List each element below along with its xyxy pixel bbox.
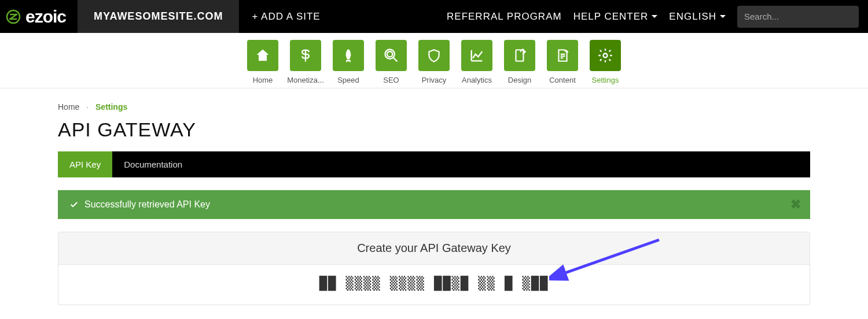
secondary-nav: Home Monetiza... Speed SEO Privacy	[0, 33, 868, 88]
device-icon	[512, 48, 527, 63]
gear-icon	[597, 47, 613, 64]
home-icon	[255, 47, 271, 64]
nav-tile-settings[interactable]	[590, 40, 621, 71]
svg-point-4	[387, 51, 392, 57]
page-title: API GATEWAY	[58, 118, 810, 141]
brand-logo[interactable]: ezoic	[0, 0, 78, 33]
referral-link[interactable]: REFERRAL PROGRAM	[441, 0, 568, 33]
brand-name: ezoic	[25, 7, 66, 27]
breadcrumb-sep: ·	[82, 102, 93, 112]
chevron-down-icon	[720, 15, 726, 18]
svg-line-5	[393, 58, 398, 62]
rocket-icon	[341, 48, 356, 63]
main-content: Home · Settings API GATEWAY API Key Docu…	[58, 88, 810, 319]
help-center-dropdown[interactable]: HELP CENTER	[568, 0, 664, 33]
ezoic-logo-icon	[6, 9, 21, 24]
nav-label-privacy: Privacy	[422, 76, 447, 84]
dollar-icon	[297, 47, 314, 64]
chart-icon	[469, 47, 485, 64]
api-key-panel: Create your API Gateway Key ██ ▒▒▒▒ ▒▒▒▒…	[58, 232, 810, 305]
tab-documentation[interactable]: Documentation	[112, 151, 194, 177]
success-alert: Successfully retrieved API Key ✖	[58, 190, 810, 219]
nav-tile-privacy[interactable]	[418, 40, 450, 71]
referral-label: REFERRAL PROGRAM	[447, 11, 562, 23]
nav-tile-monetization[interactable]	[290, 40, 321, 71]
breadcrumb-home[interactable]: Home	[58, 102, 79, 112]
doc-icon	[555, 48, 570, 63]
svg-rect-6	[516, 50, 524, 61]
nav-tile-content[interactable]	[547, 40, 578, 71]
language-label: ENGLISH	[669, 11, 716, 23]
nav-tile-seo[interactable]	[376, 40, 407, 71]
api-key-value[interactable]: ██ ▒▒▒▒ ▒▒▒▒ ██▒█ ▒▒ █ ▒██	[319, 276, 549, 291]
check-icon	[69, 200, 79, 209]
nav-label-home: Home	[253, 76, 273, 84]
close-icon[interactable]: ✖	[790, 197, 801, 212]
search-container	[731, 0, 868, 33]
topbar: ezoic MYAWESOMESITE.COM + ADD A SITE REF…	[0, 0, 868, 33]
nav-label-design: Design	[508, 76, 531, 84]
tab-api-key[interactable]: API Key	[58, 151, 112, 177]
nav-label-monetization: Monetiza...	[287, 76, 324, 84]
nav-label-analytics: Analytics	[462, 76, 492, 84]
nav-tile-analytics[interactable]	[461, 40, 492, 71]
breadcrumb-current: Settings	[95, 102, 127, 112]
alert-message: Successfully retrieved API Key	[84, 199, 210, 210]
language-dropdown[interactable]: ENGLISH	[663, 0, 731, 33]
nav-tile-speed[interactable]	[333, 40, 364, 71]
add-site-link[interactable]: + ADD A SITE	[239, 0, 333, 33]
search-input[interactable]	[744, 12, 854, 21]
panel-body: ██ ▒▒▒▒ ▒▒▒▒ ██▒█ ▒▒ █ ▒██	[58, 265, 810, 305]
breadcrumb: Home · Settings	[58, 102, 810, 112]
nav-label-settings: Settings	[592, 76, 619, 84]
search-box[interactable]	[737, 6, 859, 28]
shield-icon	[426, 48, 442, 63]
magnify-icon	[383, 47, 399, 64]
site-tab[interactable]: MYAWESOMESITE.COM	[78, 0, 239, 33]
nav-label-speed: Speed	[337, 76, 359, 84]
nav-label-content: Content	[549, 76, 576, 84]
panel-header: Create your API Gateway Key	[58, 232, 810, 265]
svg-point-7	[604, 54, 608, 58]
help-center-label: HELP CENTER	[573, 11, 649, 23]
tab-bar: API Key Documentation	[58, 151, 810, 177]
nav-label-seo: SEO	[383, 76, 399, 84]
chevron-down-icon	[652, 15, 657, 18]
nav-tile-design[interactable]	[504, 40, 535, 71]
nav-tile-home[interactable]	[247, 40, 278, 71]
